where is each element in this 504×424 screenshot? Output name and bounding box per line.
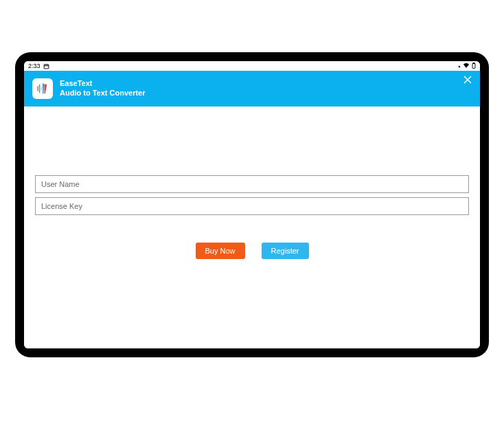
header-titles: EaseText Audio to Text Converter [60,79,145,98]
screen: 2:33 [24,61,480,348]
buy-now-button[interactable]: Buy Now [196,243,245,259]
app-title: EaseText [60,79,145,89]
app-subtitle: Audio to Text Converter [60,89,145,98]
close-button[interactable] [462,75,473,86]
license-key-input[interactable] [35,197,469,215]
svg-rect-5 [472,63,475,68]
battery-icon [472,63,476,70]
status-bar: 2:33 [24,61,480,71]
content-area: Buy Now Register [24,107,480,348]
status-right [458,63,476,70]
app-header: EaseText Audio to Text Converter [24,71,480,107]
dot-icon [458,63,461,69]
svg-rect-6 [473,63,474,63]
svg-rect-7 [38,86,38,91]
calendar-icon [43,63,49,69]
wifi-icon [463,63,470,69]
svg-rect-8 [39,85,40,93]
svg-rect-9 [41,87,42,91]
status-time: 2:33 [28,63,41,69]
username-input[interactable] [35,175,469,193]
license-form: Buy Now Register [35,175,469,259]
app-logo-icon [32,78,53,99]
register-button[interactable]: Register [262,243,309,259]
svg-rect-0 [44,64,49,68]
tablet-frame: 2:33 [15,52,489,357]
close-icon [463,76,472,84]
status-left: 2:33 [28,63,49,69]
button-row: Buy Now Register [35,243,469,259]
stage: 2:33 [0,0,504,424]
svg-point-4 [459,66,461,68]
